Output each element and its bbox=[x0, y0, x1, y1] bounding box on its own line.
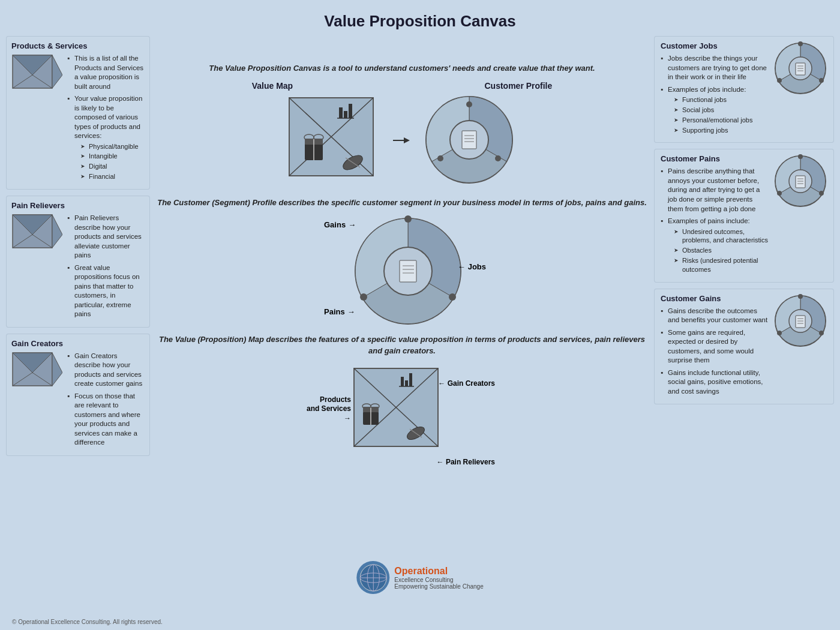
customer-pains-section: Customer Pains Pains describe anything t… bbox=[654, 149, 834, 282]
value-map-label: Value Map bbox=[252, 81, 293, 91]
svg-point-70 bbox=[798, 41, 803, 46]
products-services-content: This is a list of all the Products and S… bbox=[11, 54, 145, 184]
svg-point-34 bbox=[495, 155, 501, 161]
logo-globe-icon bbox=[356, 561, 389, 594]
gains-label: Gains → bbox=[324, 220, 356, 229]
pain-relievers-content: Pain Relievers describe how your product… bbox=[11, 214, 145, 322]
products-services-label: Products and Services → bbox=[306, 395, 351, 424]
customer-gains-bullet-2: Some gains are required, expected or des… bbox=[661, 328, 769, 365]
products-services-section: Products & Services This is a list of al… bbox=[6, 36, 150, 190]
svg-point-35 bbox=[437, 155, 443, 161]
customer-jobs-bullet-2: Examples of jobs include: Functional job… bbox=[661, 85, 769, 135]
pain-relievers-diagram-label: ← Pain Relievers bbox=[437, 458, 495, 467]
customer-pains-content: Customer Pains Pains describe anything t… bbox=[661, 154, 769, 277]
customer-pains-bullet-2: Examples of pains include: Undesired out… bbox=[661, 217, 769, 274]
products-sub-1: Physical/tangible bbox=[80, 142, 145, 151]
customer-gains-content: Customer Gains Gains describe the outcom… bbox=[661, 294, 769, 400]
gain-creators-content: Gain Creators describe how your products… bbox=[11, 352, 145, 451]
customer-gains-title: Customer Gains bbox=[661, 294, 769, 303]
svg-marker-12 bbox=[52, 353, 62, 386]
gain-creators-bullet-1: Gain Creators describe how your products… bbox=[67, 352, 145, 389]
gain-creators-bullets: Gain Creators describe how your products… bbox=[67, 352, 145, 451]
center-text-1: The Customer (Segment) Profile describes… bbox=[157, 197, 647, 208]
svg-marker-2 bbox=[52, 55, 62, 88]
svg-point-44 bbox=[360, 293, 367, 301]
gain-creators-bullet-2: Focus on those that are relevant to cust… bbox=[67, 392, 145, 448]
svg-marker-7 bbox=[52, 215, 62, 248]
page: Value Proposition Canvas Products & Serv… bbox=[0, 0, 840, 630]
svg-point-42 bbox=[404, 215, 412, 223]
jobs-label: ← Jobs bbox=[458, 262, 486, 271]
customer-jobs-content: Customer Jobs Jobs describe the things y… bbox=[661, 41, 769, 137]
svg-point-89 bbox=[819, 331, 824, 335]
products-bullet-1: This is a list of all the Products and S… bbox=[67, 54, 145, 91]
center-arrow bbox=[393, 134, 411, 146]
svg-rect-91 bbox=[796, 316, 805, 328]
customer-profile-diagram bbox=[423, 94, 516, 187]
svg-rect-18 bbox=[339, 107, 343, 118]
customer-jobs-diagram bbox=[773, 41, 827, 95]
customer-profile-label: Customer Profile bbox=[485, 81, 553, 91]
subtitle-text: The Value Proposition Canvas is a tool t… bbox=[209, 63, 595, 74]
svg-rect-36 bbox=[462, 131, 476, 149]
svg-rect-73 bbox=[796, 63, 805, 75]
map-labels: Value Map Customer Profile bbox=[156, 81, 648, 91]
products-sub-2: Intangible bbox=[80, 152, 145, 161]
right-column: Customer Jobs Jobs describe the things y… bbox=[654, 36, 834, 612]
customer-gains-diagram bbox=[773, 294, 827, 348]
customer-pains-title: Customer Pains bbox=[661, 154, 769, 163]
logo-area: Operational Excellence Consulting Empowe… bbox=[356, 561, 483, 594]
customer-gains-bullet-1: Gains describe the outcomes and benefits… bbox=[661, 307, 769, 325]
gain-creators-icon bbox=[11, 352, 62, 394]
pain-relievers-bullets: Pain Relievers describe how your product… bbox=[67, 214, 145, 322]
pain-relievers-icon bbox=[11, 214, 62, 256]
gain-creators-diagram-label: ← Gain Creators bbox=[438, 379, 495, 389]
products-sub-4: Financial bbox=[80, 172, 145, 181]
logo-text: Operational Excellence Consulting Empowe… bbox=[394, 566, 483, 590]
pain-relievers-bullet-1: Pain Relievers describe how your product… bbox=[67, 214, 145, 260]
products-bullet-2: Your value proposition is likely to be c… bbox=[67, 94, 145, 181]
svg-rect-53 bbox=[405, 380, 408, 386]
bottom-diagram: Products and Services → ← Gain Creators … bbox=[306, 362, 498, 473]
products-sub-3: Digital bbox=[80, 162, 145, 171]
gain-creators-section: Gain Creators Gain Creators describe how… bbox=[6, 334, 150, 456]
customer-gains-bullet-3: Gains include functional utility, social… bbox=[661, 368, 769, 397]
svg-rect-54 bbox=[409, 373, 412, 386]
center-column: The Value Proposition Canvas is a tool t… bbox=[150, 36, 654, 612]
value-map-diagram bbox=[288, 97, 381, 184]
logo-brand: Operational bbox=[394, 566, 483, 577]
customer-jobs-title: Customer Jobs bbox=[661, 41, 769, 50]
logo-sub2: Empowering Sustainable Change bbox=[394, 583, 483, 590]
center-text-2: The Value (Proposition) Map describes th… bbox=[156, 334, 648, 356]
logo-sub1: Excellence Consulting bbox=[394, 577, 483, 583]
svg-rect-52 bbox=[401, 377, 404, 386]
products-services-title: Products & Services bbox=[11, 41, 145, 50]
pain-relievers-bullet-2: Great value propositions focus on pains … bbox=[67, 263, 145, 319]
svg-rect-19 bbox=[344, 111, 347, 118]
customer-pains-bullet-1: Pains describe anything that annoys your… bbox=[661, 167, 769, 214]
copyright: © Operational Excellence Consulting. All… bbox=[12, 619, 163, 625]
svg-point-33 bbox=[466, 101, 472, 107]
customer-jobs-section: Customer Jobs Jobs describe the things y… bbox=[654, 36, 834, 143]
products-bullets: This is a list of all the Products and S… bbox=[67, 54, 145, 184]
top-diagram-row bbox=[288, 94, 516, 187]
gains-pains-jobs-diagram: Gains → Pains → ← Jobs bbox=[318, 214, 486, 328]
customer-gains-section: Customer Gains Gains describe the outcom… bbox=[654, 289, 834, 405]
footer: © Operational Excellence Consulting. All… bbox=[12, 619, 163, 625]
svg-point-72 bbox=[777, 78, 782, 83]
customer-jobs-bullet-1: Jobs describe the things your customers … bbox=[661, 54, 769, 82]
svg-point-81 bbox=[777, 191, 782, 196]
main-title: Value Proposition Canvas bbox=[0, 12, 840, 31]
center-subtitle: The Value Proposition Canvas is a tool t… bbox=[209, 63, 595, 74]
svg-point-71 bbox=[819, 78, 824, 83]
products-icon bbox=[11, 54, 62, 96]
svg-rect-20 bbox=[349, 104, 352, 118]
gain-creators-title: Gain Creators bbox=[11, 339, 145, 348]
pain-relievers-title: Pain Relievers bbox=[11, 201, 145, 210]
svg-point-80 bbox=[819, 191, 824, 196]
svg-point-88 bbox=[798, 294, 803, 299]
svg-marker-30 bbox=[404, 137, 410, 143]
svg-point-43 bbox=[449, 293, 456, 301]
customer-pains-diagram bbox=[773, 154, 827, 208]
svg-point-79 bbox=[798, 154, 803, 159]
